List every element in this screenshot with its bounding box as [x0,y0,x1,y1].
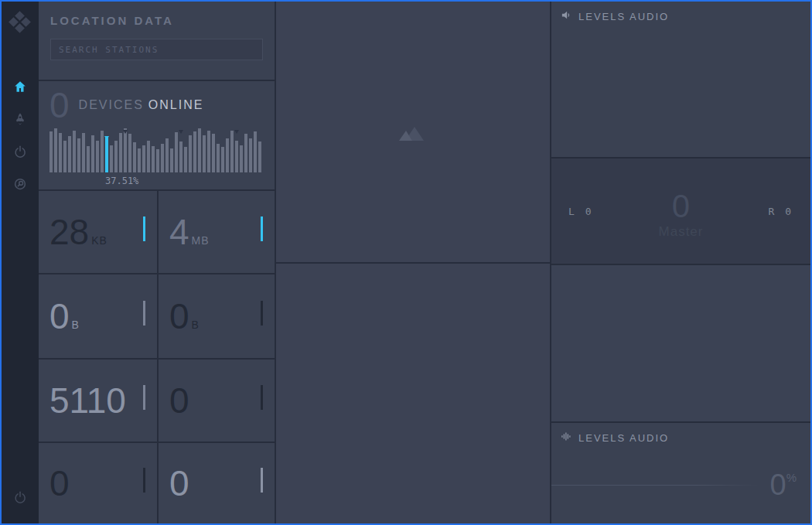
stat-value: 28KB [49,214,107,250]
empty-panel [551,265,810,421]
gauge-value: 0 [770,470,786,499]
panel-title: LEVELS AUDIO [578,432,669,444]
location-header-panel: LOCATION DATA [39,2,275,80]
image-placeholder-panel [276,2,550,262]
sidebar-item-home[interactable] [9,76,32,99]
master-caption: Master [659,224,704,240]
sidebar-item-broadcast[interactable] [9,141,32,164]
location-column: LOCATION DATA 0 DEVICES ONLINE 37.51% 28… [39,2,276,523]
devices-online-label: ONLINE [148,98,204,112]
stat-value: 0 [169,383,192,418]
stat-card-zero-1: 0 [159,360,275,441]
sidebar-item-explore[interactable] [9,173,32,196]
panel-title: LEVELS AUDIO [578,11,669,22]
audio-gauge: 0 % [551,470,810,499]
devices-label: DEVICES [79,98,144,112]
power-button[interactable] [9,486,32,510]
sidebar-item-launch[interactable] [9,108,32,131]
stat-value: 0 [169,465,192,501]
master-levels-panel: L 0 0 Master R 0 [551,159,810,264]
mountains-icon [396,121,430,144]
stat-card-kb: 28KB [39,191,157,273]
sidebar [2,2,39,523]
stat-tick [143,301,145,326]
right-channel-label: R 0 [769,206,793,217]
stat-tick [143,216,145,241]
audio-levels-bottom-panel: LEVELS AUDIO 0 % [551,423,810,523]
page-title: LOCATION DATA [50,14,263,27]
audio-levels-top-panel: LEVELS AUDIO [551,2,810,157]
devices-online-panel: 0 DEVICES ONLINE 37.51% [39,81,275,189]
stat-card-5110: 5110 [39,360,157,441]
globe-search-icon [13,177,27,193]
stat-value: 0B [49,298,80,334]
rocket-icon [13,112,27,128]
devices-chart [49,128,264,172]
stat-tick [261,385,263,410]
master-value: 0 [659,190,704,223]
stat-card-mb: 4MB [159,191,275,273]
stat-value: 5110 [49,383,128,418]
stats-grid: 28KB 4MB 0B 0B 5110 [39,191,275,523]
devices-count: 0 [49,87,70,123]
stat-card-b-left: 0B [39,274,157,358]
stat-value: 4MB [169,214,210,250]
audio-column: LEVELS AUDIO L 0 0 Master R 0 LEVELS AUD… [551,2,810,523]
stat-tick [261,216,263,241]
search-input[interactable] [50,39,263,60]
stat-tick [261,468,263,493]
map-column [276,2,551,523]
stat-tick [143,385,145,410]
equalizer-icon [561,431,578,445]
gauge-track [551,485,759,486]
stat-card-zero-2: 0 [39,443,157,523]
stat-tick [261,301,263,326]
power-broadcast-icon [13,145,27,161]
stat-value: 0 [49,465,72,501]
gauge-unit: % [786,472,797,483]
stat-tick [143,468,145,493]
empty-panel [276,264,550,523]
stat-value: 0B [169,298,200,334]
speaker-icon [561,9,578,24]
app-window: LOCATION DATA 0 DEVICES ONLINE 37.51% 28… [0,0,812,525]
stat-card-b-right: 0B [159,274,275,358]
home-icon [13,80,27,96]
devices-percent-label: 37.51% [105,176,264,186]
stat-card-zero-3: 0 [159,443,275,523]
power-icon [13,490,27,506]
left-channel-label: L 0 [568,206,593,217]
diamonds-logo-icon [10,12,30,32]
